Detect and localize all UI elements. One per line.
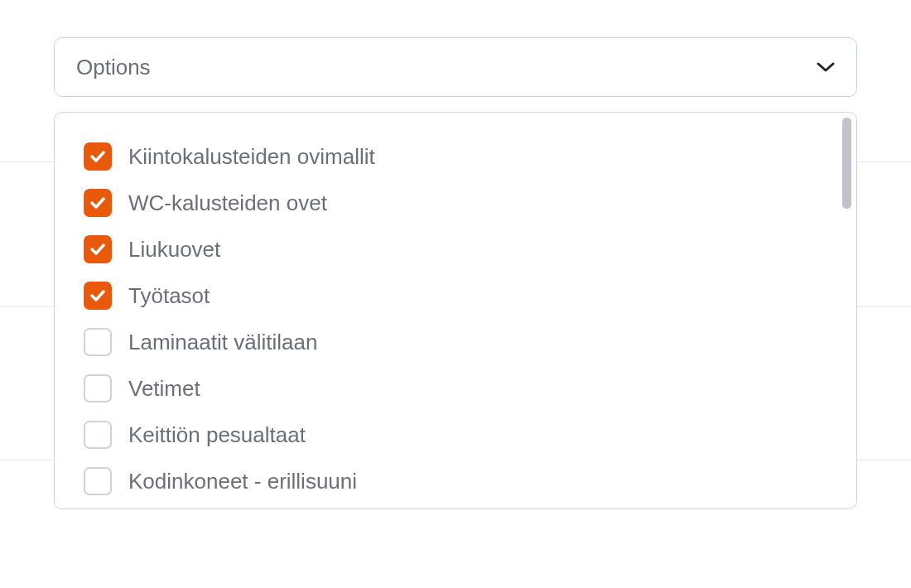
option-label: Kiintokalusteiden ovimallit [128,144,375,170]
checkbox-unchecked[interactable] [84,467,112,495]
checkbox-checked[interactable] [84,235,112,263]
option-item[interactable]: Kiintokalusteiden ovimallit [84,133,827,180]
checkbox-unchecked[interactable] [84,328,112,356]
option-label: Keittiön pesualtaat [128,422,306,448]
option-item[interactable]: Keittiön pesualtaat [84,412,827,458]
checkbox-checked[interactable] [84,282,112,310]
select-trigger[interactable]: Options [54,37,857,97]
select-placeholder: Options [76,55,151,80]
option-item[interactable]: Vetimet [84,365,827,412]
multiselect-container: Options Kiintokalusteiden ovimallit WC-k… [0,0,911,547]
scrollbar-thumb[interactable] [842,118,851,209]
option-label: Liukuovet [128,237,220,263]
option-label: Laminaatit välitilaan [128,330,317,355]
option-label: Työtasot [128,283,210,309]
option-label: Vetimet [128,376,200,402]
option-item[interactable]: Laminaatit välitilaan [84,319,827,365]
checkbox-unchecked[interactable] [84,421,112,449]
option-item[interactable]: Liukuovet [84,226,827,272]
option-item[interactable]: Kodinkoneet - erillisuuni [84,458,827,504]
chevron-down-icon [817,58,835,76]
checkbox-checked[interactable] [84,189,112,217]
dropdown-panel: Kiintokalusteiden ovimallit WC-kalusteid… [54,112,857,509]
option-label: WC-kalusteiden ovet [128,190,327,216]
checkbox-unchecked[interactable] [84,374,112,402]
option-item[interactable]: Työtasot [84,272,827,319]
option-item[interactable]: WC-kalusteiden ovet [84,180,827,226]
option-label: Kodinkoneet - erillisuuni [128,469,357,494]
checkbox-checked[interactable] [84,142,112,171]
scrollbar[interactable] [839,118,851,504]
options-list: Kiintokalusteiden ovimallit WC-kalusteid… [55,133,856,504]
